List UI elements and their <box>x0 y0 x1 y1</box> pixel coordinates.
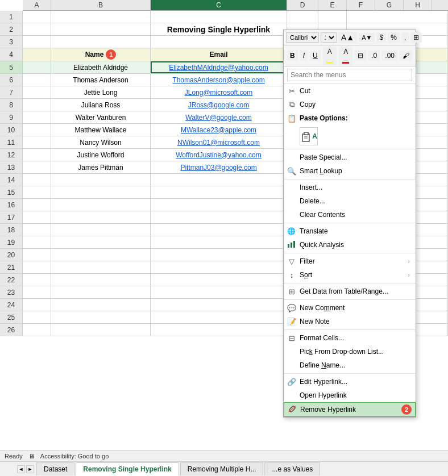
header-name[interactable]: Name 1 <box>51 48 151 61</box>
font-family-select[interactable]: Calibri <box>286 32 319 43</box>
cell-a23[interactable] <box>23 286 51 298</box>
cell-a7[interactable] <box>23 86 51 98</box>
cell-a3[interactable] <box>23 36 51 48</box>
cell-a13[interactable] <box>23 161 51 173</box>
cell-b25[interactable] <box>51 311 151 323</box>
cell-c8[interactable]: JRoss@google.com <box>151 99 287 111</box>
menu-item-new-comment[interactable]: 💬 New Comment <box>284 301 416 315</box>
cell-b6[interactable]: Thomas Anderson <box>51 74 151 86</box>
table-btn[interactable]: ⊞ <box>410 32 422 43</box>
menu-item-cut[interactable]: ✂ Cut <box>284 84 416 98</box>
menu-item-define-name[interactable]: Define Name... <box>284 358 416 372</box>
cell-b23[interactable] <box>51 286 151 298</box>
cell-c2-title[interactable]: Removing Single Hyperlink <box>151 23 287 35</box>
menu-item-pick-dropdown[interactable]: Pick From Drop-down List... <box>284 345 416 358</box>
cell-a6[interactable] <box>23 74 51 86</box>
fill-color-btn[interactable]: A <box>323 47 337 65</box>
cell-b19[interactable] <box>51 236 151 248</box>
cell-c20[interactable] <box>151 249 287 261</box>
cell-c15[interactable] <box>151 186 287 198</box>
cell-c17[interactable] <box>151 211 287 223</box>
borders-btn[interactable]: ⊟ <box>355 51 366 61</box>
cell-rest1[interactable] <box>347 11 448 23</box>
cell-b5-name[interactable]: Elizabeth Aldridge <box>51 61 151 73</box>
cell-a21[interactable] <box>23 261 51 273</box>
cell-c23[interactable] <box>151 286 287 298</box>
font-color-btn[interactable]: A <box>339 47 352 65</box>
cell-b16[interactable] <box>51 199 151 211</box>
cell-a20[interactable] <box>23 249 51 261</box>
cell-b24[interactable] <box>51 299 151 311</box>
font-size-select[interactable]: 12 <box>321 32 337 43</box>
paste-btn[interactable]: A <box>300 127 318 145</box>
tab-scroll-right-btn[interactable]: ► <box>26 465 34 473</box>
tab-removing-multiple[interactable]: Removing Multiple H... <box>180 462 264 475</box>
cell-c12[interactable]: WoffordJustine@yahoo.com <box>151 149 287 161</box>
cell-a17[interactable] <box>23 211 51 223</box>
cell-a10[interactable] <box>23 124 51 136</box>
cell-a22[interactable] <box>23 274 51 286</box>
menu-item-filter[interactable]: ▽ Filter › <box>284 254 416 268</box>
cell-c6[interactable]: ThomasAnderson@apple.com <box>151 74 287 86</box>
menu-item-open-hyperlink[interactable]: Open Hyperlink <box>284 389 416 402</box>
increase-font-btn[interactable]: A▲ <box>338 32 357 43</box>
tab-scroll-left-btn[interactable]: ◄ <box>17 465 25 473</box>
cell-c22[interactable] <box>151 274 287 286</box>
italic-btn[interactable]: I <box>300 51 308 61</box>
cell-c18[interactable] <box>151 224 287 236</box>
cell-c14[interactable] <box>151 174 287 186</box>
cell-b3[interactable] <box>51 36 151 48</box>
cell-b15[interactable] <box>51 186 151 198</box>
cell-e1[interactable] <box>318 11 347 23</box>
cell-c11[interactable]: NWilson01@microsoft.com <box>151 136 287 148</box>
cell-a12[interactable] <box>23 149 51 161</box>
menu-item-get-data[interactable]: ⊞ Get Data from Table/Range... <box>284 285 416 298</box>
search-input[interactable] <box>287 69 412 81</box>
currency-btn[interactable]: $ <box>376 32 386 43</box>
header-email[interactable]: Email <box>151 48 287 61</box>
menu-item-quick-analysis[interactable]: Quick Analysis <box>284 238 416 252</box>
cell-b26[interactable] <box>51 324 151 336</box>
cell-a1[interactable] <box>23 11 51 23</box>
cell-b2[interactable] <box>51 23 151 35</box>
cell-b18[interactable] <box>51 224 151 236</box>
menu-item-insert[interactable]: Insert... <box>284 181 416 194</box>
menu-item-paste-special[interactable]: Paste Special... <box>284 151 416 164</box>
cell-a11[interactable] <box>23 136 51 148</box>
menu-item-translate[interactable]: 🌐 Translate <box>284 224 416 238</box>
cell-b14[interactable] <box>51 174 151 186</box>
cell-a15[interactable] <box>23 186 51 198</box>
menu-item-clear-contents[interactable]: Clear Contents <box>284 208 416 222</box>
cell-c3[interactable] <box>151 36 287 48</box>
underline-btn[interactable]: U <box>310 51 321 61</box>
menu-item-delete[interactable]: Delete... <box>284 194 416 208</box>
cell-c1[interactable] <box>151 11 287 23</box>
cell-a5[interactable] <box>23 61 51 73</box>
paint-format-btn[interactable]: 🖌 <box>400 51 412 61</box>
cell-c5-email[interactable]: ElizabethMAldridge@yahoo.com <box>151 61 287 73</box>
cell-b17[interactable] <box>51 211 151 223</box>
decrease-font-btn[interactable]: A▼ <box>359 33 375 42</box>
tab-dataset[interactable]: Dataset <box>36 462 74 475</box>
cell-b10[interactable]: Matthew Wallace <box>51 124 151 136</box>
dec-decimal-btn[interactable]: .0 <box>368 51 380 61</box>
inc-decimal-btn[interactable]: .00 <box>382 51 397 61</box>
cell-b7[interactable]: Jettie Long <box>51 86 151 98</box>
bold-btn[interactable]: B <box>287 51 298 61</box>
cell-c24[interactable] <box>151 299 287 311</box>
cell-c25[interactable] <box>151 311 287 323</box>
cell-b9[interactable]: Walter Vanburen <box>51 111 151 123</box>
cell-b1[interactable] <box>51 11 151 23</box>
cell-a9[interactable] <box>23 111 51 123</box>
cell-a18[interactable] <box>23 224 51 236</box>
cell-a25[interactable] <box>23 311 51 323</box>
cell-c21[interactable] <box>151 261 287 273</box>
cell-c9[interactable]: WalterV@google.com <box>151 111 287 123</box>
cell-b22[interactable] <box>51 274 151 286</box>
cell-b21[interactable] <box>51 261 151 273</box>
cell-b8[interactable]: Juliana Ross <box>51 99 151 111</box>
cell-b12[interactable]: Justine Wofford <box>51 149 151 161</box>
cell-b13[interactable]: James Pittman <box>51 161 151 173</box>
tab-paste-as-values[interactable]: ...e as Values <box>264 462 320 475</box>
menu-item-copy[interactable]: ⧉ Copy <box>284 98 416 111</box>
